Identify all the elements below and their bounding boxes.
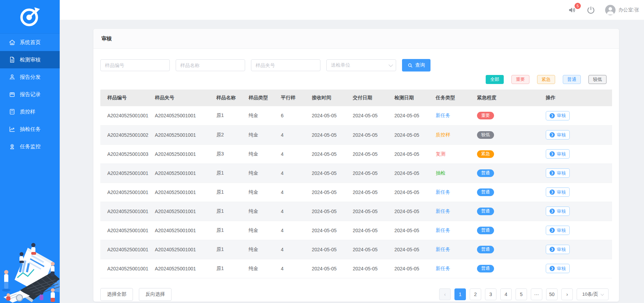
chevron-right-icon: › [566, 292, 568, 297]
urgency-badge: 较低 [477, 131, 494, 139]
urgency-badge: 普通 [477, 169, 494, 177]
audit-button[interactable]: 审核 [546, 149, 570, 159]
filter-tag-all[interactable]: 全部 [486, 75, 504, 84]
pagination-next-button[interactable]: › [561, 288, 573, 300]
arrow-right-circle-icon [550, 151, 555, 157]
cell-sample-no: A20240525001001 [107, 113, 148, 118]
cell-folder-no: A20240525001001 [155, 190, 196, 195]
sidebar-item-7[interactable]: 任务监控 [0, 138, 60, 155]
audit-button[interactable]: 审核 [546, 245, 570, 254]
pagination-page-4[interactable]: 4 [500, 288, 512, 300]
target-dart-logo-icon [18, 5, 41, 28]
box-icon [9, 91, 16, 98]
audit-button[interactable]: 审核 [546, 111, 570, 120]
cell-received-date: 2024-05-05 [312, 209, 337, 214]
cell-test-date: 2024-05-05 [394, 266, 419, 271]
cell-sample-no: A20240525001003 [107, 151, 148, 157]
sidebar-item-2[interactable]: 检测审核 [0, 51, 60, 68]
logout-power-button[interactable] [586, 6, 595, 15]
arrow-right-circle-icon [550, 247, 555, 252]
logo[interactable] [0, 0, 60, 34]
cell-sample-name: 原1 [216, 112, 224, 118]
cell-received-date: 2024-05-05 [312, 266, 337, 271]
notification-speaker-button[interactable]: 5 [568, 6, 577, 15]
audit-button[interactable]: 审核 [546, 187, 570, 197]
sending-unit-select[interactable]: 送检单位 [326, 59, 396, 71]
filter-tag-low[interactable]: 较低 [588, 75, 607, 84]
sidebar-item-4[interactable]: 报告记录 [0, 86, 60, 103]
cell-parallel: 4 [281, 170, 284, 176]
audit-button-label: 审核 [557, 189, 566, 195]
column-header: 交付日期 [350, 90, 392, 106]
audit-button[interactable]: 审核 [546, 264, 570, 273]
cell-sample-name: 原1 [216, 227, 224, 233]
arrow-right-circle-icon [550, 266, 555, 271]
search-button[interactable]: 查询 [402, 59, 430, 71]
sidebar-item-5[interactable]: 质控样 [0, 103, 60, 120]
column-header: 样品夹号 [152, 90, 214, 106]
document-icon [9, 56, 16, 63]
audit-button-label: 审核 [557, 227, 566, 234]
filter-tag-normal[interactable]: 普通 [563, 75, 581, 84]
cell-delivery-date: 2024-05-05 [353, 113, 378, 118]
cell-folder-no: A20240525001001 [155, 266, 196, 271]
cell-folder-no: A20240525001001 [155, 132, 196, 138]
cell-sample-name: 原1 [216, 266, 224, 271]
teamwork-illustration [0, 239, 60, 303]
page-size-select[interactable]: 10条/页 [577, 288, 609, 300]
main-content: 审核 送检单位 查询 [60, 20, 644, 303]
table-footer: 选择全部 反向选择 ‹ 12345···50 › 10条/页 [100, 288, 612, 301]
pagination-page-1[interactable]: 1 [454, 288, 466, 300]
table-header-row: 样品编号样品夹号样品名称样品类型平行样接收时间交付日期检测日期任务类型紧急程度操… [100, 90, 612, 106]
cell-delivery-date: 2024-05-05 [353, 151, 378, 157]
cell-sample-no: A20240525001001 [107, 209, 148, 214]
table-row: A20240525001001 A20240525001001 原1 纯金 4 … [100, 221, 612, 240]
sample-no-input[interactable] [100, 59, 170, 71]
filter-tag-important[interactable]: 重要 [511, 75, 529, 84]
webcam-icon [9, 143, 16, 150]
column-header: 任务类型 [433, 90, 474, 106]
table-row: A20240525001001 A20240525001001 原1 纯金 4 … [100, 163, 612, 183]
user-label: 办公室:张 [618, 7, 639, 13]
pagination-page-50[interactable]: 50 [546, 288, 558, 300]
chevron-down-icon [388, 62, 393, 67]
cell-delivery-date: 2024-05-05 [353, 190, 378, 195]
pagination-prev-button[interactable]: ‹ [439, 288, 451, 300]
select-placeholder: 送检单位 [331, 62, 350, 68]
audit-button[interactable]: 审核 [546, 130, 570, 140]
sidebar-item-3[interactable]: 报告分发 [0, 68, 60, 86]
pagination-page-3[interactable]: 3 [485, 288, 496, 300]
arrow-right-circle-icon [550, 170, 555, 176]
audit-button[interactable]: 审核 [546, 168, 570, 178]
sample-name-input[interactable] [176, 59, 245, 71]
sample-folder-input[interactable] [251, 59, 320, 71]
filter-tag-urgent[interactable]: 紧急 [537, 75, 555, 84]
task-type-label: 复测 [436, 151, 445, 157]
audit-button-label: 审核 [557, 208, 566, 214]
pagination-page-2[interactable]: 2 [470, 288, 481, 300]
table-row: A20240525001002 A20240525001001 原2 纯金 4 … [100, 125, 612, 144]
sidebar-item-1[interactable]: 系统首页 [0, 34, 60, 51]
cell-sample-name: 原2 [216, 132, 224, 137]
sidebar-item-6[interactable]: 抽检任务 [0, 120, 60, 138]
audit-button[interactable]: 审核 [546, 226, 570, 235]
cell-test-date: 2024-05-05 [394, 170, 419, 176]
samples-table: 样品编号样品夹号样品名称样品类型平行样接收时间交付日期检测日期任务类型紧急程度操… [100, 90, 612, 278]
invert-selection-button[interactable]: 反向选择 [139, 288, 172, 301]
audit-button-label: 审核 [557, 246, 566, 253]
search-button-label: 查询 [415, 62, 425, 68]
select-all-button[interactable]: 选择全部 [100, 288, 133, 301]
sidebar-item-label: 报告记录 [20, 91, 41, 98]
cell-test-date: 2024-05-05 [394, 113, 419, 118]
topbar-actions: 5 办公室:张 [568, 0, 644, 20]
topbar: 5 办公室:张 [60, 0, 644, 20]
urgency-badge: 普通 [477, 265, 494, 272]
cell-sample-name: 原1 [216, 170, 224, 176]
task-type-label: 新任务 [436, 227, 450, 233]
cell-received-date: 2024-05-05 [312, 190, 337, 195]
pagination-page-5[interactable]: 5 [516, 288, 527, 300]
pagination-ellipsis-button[interactable]: ··· [531, 288, 542, 300]
user-menu[interactable]: 办公室:张 [605, 5, 639, 15]
audit-button[interactable]: 审核 [546, 207, 570, 216]
column-header: 接收时间 [309, 90, 350, 106]
